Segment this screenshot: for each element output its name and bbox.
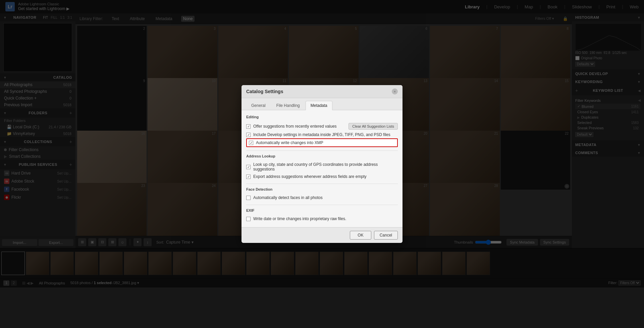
write-date-row: Write date or time changes into propriet… — [246, 215, 398, 222]
modal-footer: OK Cancel — [241, 227, 402, 243]
face-detection-title: Face Detection — [246, 187, 398, 191]
catalog-settings-modal: Catalog Settings × General File Handling… — [241, 85, 402, 243]
modal-close-btn[interactable]: × — [392, 88, 398, 94]
modal-tab-file-handling[interactable]: File Handling — [271, 101, 305, 110]
include-develop-checkbox[interactable] — [246, 133, 251, 137]
lookup-gps-label: Look up city, state and country of GPS c… — [253, 162, 398, 172]
divider-1 — [246, 150, 398, 151]
export-address-row: Export address suggestions whenever addr… — [246, 173, 398, 180]
offer-suggestions-label: Offer suggestions from recently entered … — [253, 124, 337, 129]
address-lookup-section: Look up city, state and country of GPS c… — [246, 161, 398, 180]
modal-tabs: General File Handling Metadata — [241, 98, 402, 110]
modal-tab-general[interactable]: General — [246, 101, 271, 110]
clear-suggestion-lists-btn[interactable]: Clear All Suggestion Lists — [348, 123, 398, 130]
exif-section: Write date or time changes into propriet… — [246, 215, 398, 222]
editing-section-title: Editing — [246, 115, 398, 119]
address-lookup-title: Address Lookup — [246, 154, 398, 158]
lookup-gps-row: Look up city, state and country of GPS c… — [246, 161, 398, 173]
include-develop-row: Include Develop settings in metadata ins… — [246, 131, 398, 138]
write-date-label: Write date or time changes into propriet… — [253, 216, 346, 221]
include-develop-label: Include Develop settings in metadata ins… — [253, 132, 390, 137]
offer-suggestions-row: Offer suggestions from recently entered … — [246, 122, 398, 131]
modal-titlebar: Catalog Settings × — [241, 85, 402, 98]
auto-write-label: Automatically write changes into XMP — [256, 140, 323, 145]
modal-tab-metadata[interactable]: Metadata — [306, 101, 332, 110]
export-address-checkbox[interactable] — [246, 175, 251, 179]
auto-write-row: Automatically write changes into XMP — [246, 138, 398, 147]
divider-2 — [246, 184, 398, 184]
lookup-gps-checkbox[interactable] — [246, 165, 251, 169]
auto-detect-checkbox[interactable] — [246, 196, 251, 200]
export-address-label: Export address suggestions whenever addr… — [253, 174, 367, 179]
modal-overlay[interactable]: Catalog Settings × General File Handling… — [0, 0, 644, 328]
modal-cancel-btn[interactable]: Cancel — [374, 231, 398, 240]
modal-body: Editing Offer suggestions from recently … — [241, 110, 402, 227]
write-date-checkbox[interactable] — [246, 217, 251, 221]
auto-detect-row: Automatically detect faces in all photos — [246, 194, 398, 201]
auto-detect-label: Automatically detect faces in all photos — [253, 195, 323, 200]
modal-title: Catalog Settings — [246, 89, 283, 94]
offer-suggestions-checkbox[interactable] — [246, 124, 251, 129]
face-detection-section: Automatically detect faces in all photos — [246, 194, 398, 201]
modal-ok-btn[interactable]: OK — [350, 231, 371, 240]
auto-write-checkbox[interactable] — [249, 141, 253, 145]
exif-section-title: EXIF — [246, 208, 398, 212]
divider-3 — [246, 205, 398, 205]
